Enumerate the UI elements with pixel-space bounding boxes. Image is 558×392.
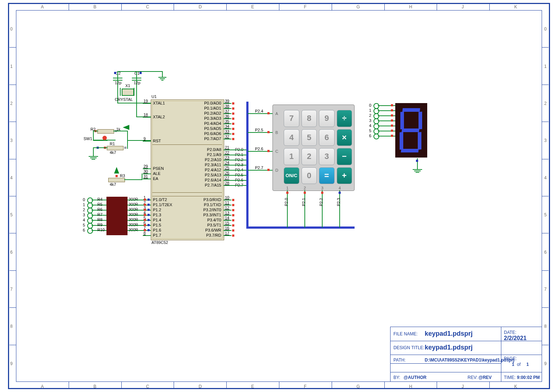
resistor-ref: R5 [97, 202, 102, 207]
ruler-row: 0 [10, 26, 13, 32]
tb-by: @AUTHOR [404, 375, 426, 380]
ruler-col: E [251, 4, 254, 9]
keypad-key[interactable]: 3 [319, 148, 335, 165]
pin-number: 21 [225, 145, 229, 150]
pin-name: P1.6 [153, 228, 161, 232]
pin-number: 17 [225, 231, 229, 235]
tb-design-label: DESIGN TITLE: [393, 345, 424, 350]
tb-date-label: DATE: [504, 330, 516, 335]
res-r2[interactable] [97, 129, 114, 134]
keypad-key[interactable]: 8 [302, 110, 317, 127]
terminal-label: 2 [83, 208, 85, 212]
pin-number: 29 [143, 164, 148, 168]
terminal-label: 4 [83, 218, 85, 222]
pin-name: EA [153, 176, 158, 181]
keypad-key[interactable]: × [337, 129, 352, 146]
keypad-key[interactable]: 9 [319, 110, 335, 127]
pin-name: P0.1/AD1 [204, 106, 221, 110]
keypad-4x4[interactable]: 789÷456×123−ON/C0=+ [272, 105, 355, 191]
pin-number: 38 [225, 104, 229, 108]
switch-sw1: SW1 [84, 136, 92, 141]
ruler-col: H [409, 384, 412, 389]
keypad-key[interactable]: ÷ [337, 110, 352, 127]
terminal-label: 0 [83, 197, 85, 202]
vcc-arrow-icon [113, 167, 121, 175]
pin-name: XTAL2 [153, 115, 165, 119]
ruler-row: 7 [544, 287, 547, 292]
ruler-row: 1 [544, 64, 547, 69]
ruler-row: 1 [10, 64, 13, 69]
pin-name: P3.0/RXD [203, 197, 221, 202]
pin-name: P3.7/RD [206, 233, 221, 237]
tb-time-label: TIME: [504, 375, 515, 380]
ruler-row: 4 [544, 175, 547, 180]
tb-filename: keypad1.pdsprj [425, 330, 473, 338]
pin-number: 12 [225, 205, 229, 210]
pin-name: P0.0/AD0 [204, 101, 221, 105]
ruler-row: 8 [544, 324, 547, 329]
keypad-key[interactable]: 7 [284, 110, 299, 127]
pin-number: 39 [225, 99, 229, 103]
tb-page-label: PAGE: [504, 356, 517, 361]
ruler-col: F [304, 384, 306, 389]
keypad-key[interactable]: 5 [302, 129, 317, 146]
pin-name: P1.2 [153, 208, 161, 212]
terminal-label: 4 [369, 123, 371, 128]
crystal-ref: X1 [125, 83, 130, 88]
ruler-col: E [251, 384, 254, 389]
ruler-col: K [514, 384, 517, 389]
resistor-value: 300R [129, 197, 138, 201]
keypad-key[interactable]: 2 [302, 148, 317, 165]
net-label: P2.0 [284, 198, 288, 206]
keypad-key[interactable]: 4 [284, 129, 299, 146]
terminal-label: 5 [369, 128, 371, 133]
pin-name: P3.5/T1 [207, 223, 221, 227]
keypad-key[interactable]: + [337, 167, 352, 184]
pin-number: 24 [225, 160, 229, 165]
ruler-col: F [304, 4, 306, 9]
keypad-key[interactable]: 6 [319, 129, 335, 146]
res-r3[interactable] [108, 178, 125, 182]
pin-name: P1.3 [153, 213, 161, 217]
tb-filename-label: FILE NAME: [393, 331, 418, 336]
pin-number: 11 [225, 200, 229, 205]
keypad-key[interactable]: = [319, 167, 335, 184]
svg-marker-1 [114, 167, 119, 173]
pin-name: P1.5 [153, 223, 161, 227]
crystal-body[interactable] [122, 89, 134, 96]
pin-name: P0.2/AD2 [204, 111, 221, 115]
keypad-col-label: 4 [339, 186, 341, 190]
tb-page-tot: 1 [526, 362, 529, 367]
pin-name: P2.3/A11 [205, 163, 221, 167]
keypad-key[interactable]: 0 [302, 167, 317, 184]
pin-number: 33 [225, 129, 229, 134]
ruler-col: A [41, 4, 44, 9]
ruler-row: 0 [544, 26, 547, 32]
ruler-col: J [462, 384, 464, 389]
resistor-value: 300R [129, 212, 138, 217]
tb-rev-label: REV: [468, 375, 478, 380]
ruler-col: A [41, 384, 44, 389]
seven-segment-display[interactable] [395, 103, 427, 158]
pin-name: P0.7/AD7 [204, 136, 221, 141]
frame-inner [16, 10, 542, 382]
resistor-pack[interactable] [106, 197, 128, 235]
resistor-ref: R9 [97, 222, 102, 227]
res-r1[interactable] [107, 146, 124, 150]
schematic-canvas[interactable]: AABBCCDDEEFFGGHHJJKK00112233445566778899… [0, 0, 558, 392]
pin-number: 18 [143, 113, 148, 117]
keypad-key[interactable]: − [337, 148, 352, 165]
pin-number: 16 [225, 226, 229, 230]
title-block: FILE NAME: keypad1.pdsprj DESIGN TITLE: … [390, 327, 542, 382]
terminal[interactable] [373, 134, 379, 139]
ruler-row: 7 [10, 287, 13, 292]
tb-page-of: of [517, 362, 521, 367]
ruler-col: D [199, 384, 202, 389]
keypad-key[interactable]: 1 [284, 148, 299, 165]
keypad-key[interactable]: ON/C [284, 167, 299, 184]
resistor-ref: R8 [97, 217, 102, 222]
resistor-value: 300R [129, 228, 138, 232]
pin-name: PSEN [153, 166, 164, 171]
terminal[interactable] [87, 228, 93, 234]
pin-number: 10 [225, 195, 229, 200]
